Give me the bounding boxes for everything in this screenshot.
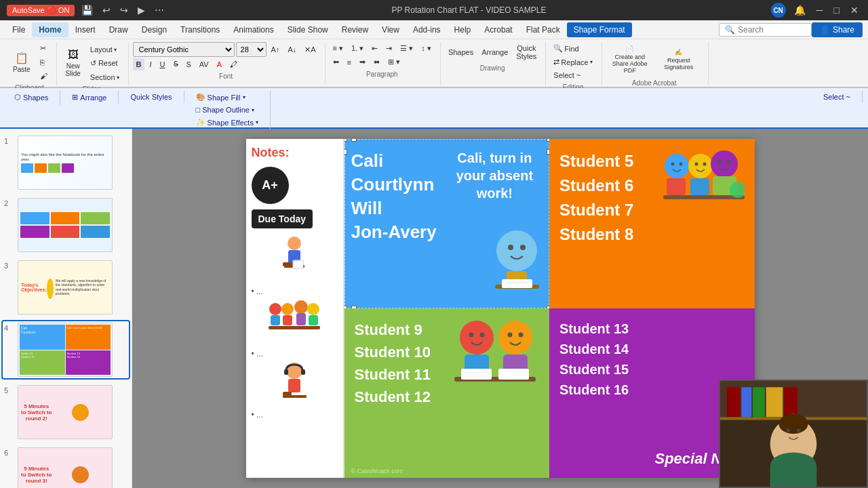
request-signatures-button[interactable]: ✍ Request Signatures (655, 42, 703, 77)
menu-home[interactable]: Home (32, 22, 68, 37)
arrange-sf-button[interactable]: ⊞ Arrange (66, 91, 113, 104)
menu-file[interactable]: File (5, 22, 32, 37)
cell-top-right[interactable]: Student 5 Student 6 Student 7 Student 8 (549, 139, 755, 308)
shape-effects-button[interactable]: ✨ Shape Effects ▾ (190, 116, 264, 129)
handle-bl-h[interactable] (344, 306, 347, 308)
select-sf-button[interactable]: Select ~ (817, 91, 856, 103)
strikethrough-button[interactable]: S̶ (170, 58, 182, 70)
font-name-select[interactable]: Century Gothic (133, 42, 235, 57)
decrease-font-button[interactable]: A↓ (284, 43, 300, 56)
menu-animations[interactable]: Animations (226, 22, 280, 37)
search-input[interactable] (738, 25, 806, 35)
replace-icon: ⇄ (553, 58, 559, 66)
undo-icon[interactable]: ↩ (100, 3, 113, 17)
shapes-insert-button[interactable]: ⬡ Shapes (8, 91, 54, 104)
font-size-select[interactable]: 28 (236, 42, 267, 57)
clear-format-button[interactable]: ✕A (301, 43, 319, 56)
new-slide-button[interactable]: 🖼 NewSlide (61, 45, 85, 81)
underline-button[interactable]: U (157, 58, 169, 70)
menu-draw[interactable]: Draw (102, 22, 135, 37)
numbering-button[interactable]: 1. ▾ (348, 42, 367, 55)
handle-tl[interactable] (344, 139, 347, 142)
slide-thumb-3[interactable]: 3 Today's Objectives: We will apply a ne… (3, 259, 129, 316)
decrease-indent-button[interactable]: ⇤ (368, 42, 381, 55)
cell-bottom-left[interactable]: Student 9 Student 10 Student 11 Student … (344, 308, 550, 478)
menu-view[interactable]: View (375, 22, 406, 37)
user-avatar[interactable]: CN (771, 3, 786, 18)
highlight-button[interactable]: 🖍 (226, 58, 241, 70)
menu-insert[interactable]: Insert (68, 22, 102, 37)
char-spacing-button[interactable]: AV (196, 58, 212, 70)
menu-acrobat[interactable]: Acrobat (477, 22, 519, 37)
section-button[interactable]: Section ▾ (87, 71, 123, 83)
align-right-button[interactable]: ➡ (356, 56, 369, 68)
increase-font-button[interactable]: A↑ (268, 43, 283, 56)
shapes-button[interactable]: Shapes (445, 46, 477, 58)
menu-shapeformat[interactable]: Shape Format (567, 22, 632, 37)
find-button[interactable]: 🔍 Find (550, 42, 582, 55)
quick-styles-sf-button[interactable]: Quick Styles (124, 91, 178, 103)
menu-flatpack[interactable]: Flat Pack (519, 22, 567, 37)
increase-indent-button[interactable]: ⇥ (382, 42, 395, 55)
slide-thumb-1[interactable]: 1 You might also like the Notebook for t… (3, 134, 129, 191)
notifications-icon[interactable]: 🔔 (791, 3, 808, 17)
columns-button[interactable]: ☰ ▾ (397, 42, 416, 55)
reset-button[interactable]: ↺ Reset (87, 57, 123, 70)
cut-icon: ✂ (40, 44, 46, 53)
maximize-icon[interactable]: □ (831, 3, 842, 17)
main-area: 1 You might also like the Notebook for t… (0, 129, 868, 488)
present-icon[interactable]: ▶ (135, 3, 148, 17)
handle-tr-h[interactable] (547, 139, 549, 142)
more-icon[interactable]: ⋯ (152, 3, 167, 17)
menu-review[interactable]: Review (335, 22, 375, 37)
handle-br-h[interactable] (547, 306, 549, 308)
select-button[interactable]: Select ~ (550, 69, 584, 81)
quick-styles-button[interactable]: QuickStyles (513, 42, 540, 62)
redo-icon[interactable]: ↪ (117, 3, 131, 17)
slide-thumb-4[interactable]: 4 CaliCourtlynn Cali, turn in your absen… (3, 321, 129, 378)
line-spacing-button[interactable]: ↕ ▾ (418, 42, 435, 55)
slide-thumb-6[interactable]: 6 5 Minutesto Switch toround 3! (3, 446, 129, 488)
paste-button[interactable]: 📋 Paste (8, 45, 35, 80)
align-center-button[interactable]: ≡ (344, 56, 355, 68)
bullets-button[interactable]: ≡ ▾ (330, 42, 347, 55)
menu-transitions[interactable]: Transitions (174, 22, 226, 37)
autosave-button[interactable]: AutoSave 🔴 ON (7, 5, 75, 16)
search-box[interactable]: 🔍 (719, 23, 812, 37)
shape-outline-button[interactable]: □ Shape Outline ▾ (190, 104, 260, 116)
handle-bc[interactable] (351, 306, 357, 308)
shadow-button[interactable]: S (183, 58, 195, 70)
shape-fill-button[interactable]: 🎨 Shape Fill ▾ (190, 91, 252, 104)
menu-help[interactable]: Help (448, 22, 478, 37)
arrange-button[interactable]: Arrange (478, 46, 511, 58)
justify-button[interactable]: ⬌ (370, 56, 383, 68)
menu-addins[interactable]: Add-ins (406, 22, 448, 37)
share-button[interactable]: 👤 Share (812, 22, 863, 37)
shapes-icon: ⬡ (14, 93, 21, 102)
handle-tc[interactable] (351, 139, 357, 142)
slide-thumb-2[interactable]: 2 (3, 197, 129, 253)
create-share-button[interactable]: 📄 Create and Share Adobe PDF (606, 42, 654, 77)
handle-mr[interactable] (547, 149, 549, 155)
student-15: Student 15 (559, 359, 629, 380)
font-color-button[interactable]: A (214, 58, 225, 70)
layout-button[interactable]: Layout ▾ (87, 43, 123, 56)
italic-button[interactable]: I (146, 58, 155, 70)
bold-button[interactable]: B (133, 58, 145, 70)
cut-button[interactable]: ✂ (37, 42, 51, 55)
slide-thumb-5[interactable]: 5 5 Minutesto Switch toround 2! (3, 384, 129, 441)
save-icon[interactable]: 💾 (79, 3, 96, 17)
format-painter-button[interactable]: 🖌 (37, 70, 51, 82)
cell-top-left[interactable]: Cali Courtlynn Will Jon-Avery Cali, turn… (344, 139, 550, 308)
share-label: Share (833, 25, 854, 35)
svg-rect-4 (293, 260, 303, 268)
minimize-icon[interactable]: ─ (814, 3, 826, 17)
menu-slideshow[interactable]: SearchSlide Show (281, 22, 335, 37)
smart-art-button[interactable]: ⊞ ▾ (384, 56, 403, 68)
replace-button[interactable]: ⇄ Replace ▾ (550, 56, 595, 68)
align-left-button[interactable]: ⬅ (330, 56, 342, 68)
copy-button[interactable]: ⎘ (37, 56, 51, 68)
menu-design[interactable]: Design (135, 22, 174, 37)
close-icon[interactable]: ✕ (848, 3, 861, 17)
handle-ml[interactable] (344, 149, 347, 155)
